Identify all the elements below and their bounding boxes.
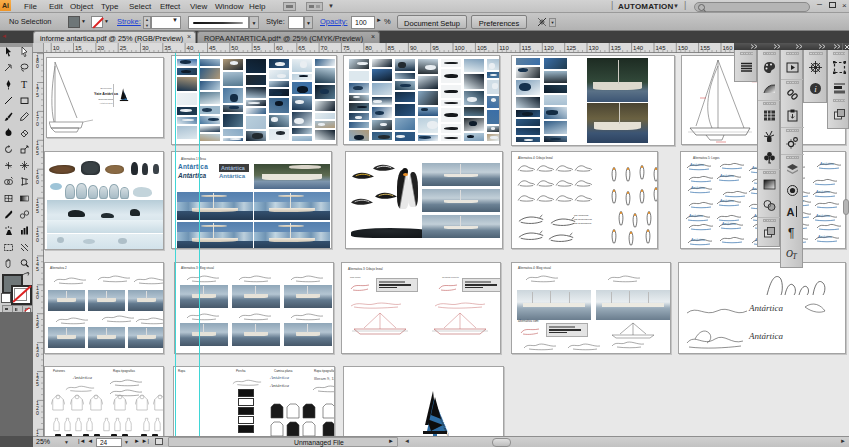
svg-text:85: 85 (388, 45, 395, 51)
svg-text:T: T (21, 79, 27, 90)
svg-text:110: 110 (499, 45, 509, 51)
svg-text:5: 5 (36, 92, 39, 98)
svg-text:0: 0 (36, 410, 39, 416)
svg-text:40: 40 (187, 45, 194, 51)
svg-text:0: 0 (36, 63, 39, 69)
svg-text:80: 80 (365, 45, 372, 51)
svg-text:¶: ¶ (788, 226, 794, 240)
svg-text:125: 125 (566, 45, 577, 51)
svg-text:95: 95 (432, 45, 439, 51)
svg-text:105: 105 (477, 45, 488, 51)
svg-text:0: 0 (36, 352, 39, 358)
svg-text:10: 10 (53, 45, 60, 51)
svg-text:65: 65 (298, 45, 305, 51)
svg-text:5: 5 (36, 266, 39, 272)
svg-text:140: 140 (633, 45, 644, 51)
svg-text:20: 20 (97, 45, 104, 51)
svg-text:145: 145 (656, 45, 667, 51)
svg-text:25: 25 (120, 45, 127, 51)
svg-text:135: 135 (611, 45, 622, 51)
svg-text:160: 160 (723, 45, 734, 51)
svg-text:130: 130 (589, 45, 600, 51)
svg-text:115: 115 (522, 45, 532, 51)
svg-text:75: 75 (343, 45, 350, 51)
svg-text:155: 155 (700, 45, 711, 51)
svg-text:0: 0 (36, 237, 39, 243)
svg-text:T: T (793, 252, 798, 261)
svg-text:5: 5 (36, 323, 39, 329)
svg-text:35: 35 (164, 45, 171, 51)
svg-text:50: 50 (231, 45, 238, 51)
svg-text:5: 5 (36, 208, 39, 214)
svg-text:100: 100 (455, 45, 466, 51)
svg-text:70: 70 (321, 45, 328, 51)
svg-text:90: 90 (410, 45, 417, 51)
svg-text:30: 30 (142, 45, 149, 51)
svg-text:5: 5 (36, 381, 39, 387)
svg-text:15: 15 (75, 45, 82, 51)
svg-text:55: 55 (254, 45, 261, 51)
svg-text:A: A (787, 206, 795, 218)
svg-text:120: 120 (544, 45, 555, 51)
svg-text:0: 0 (36, 121, 39, 127)
svg-text:150: 150 (678, 45, 689, 51)
svg-text:0: 0 (36, 294, 39, 300)
svg-text:0: 0 (36, 179, 39, 185)
svg-text:60: 60 (276, 45, 283, 51)
svg-text:45: 45 (209, 45, 216, 51)
svg-text:5: 5 (36, 150, 39, 156)
